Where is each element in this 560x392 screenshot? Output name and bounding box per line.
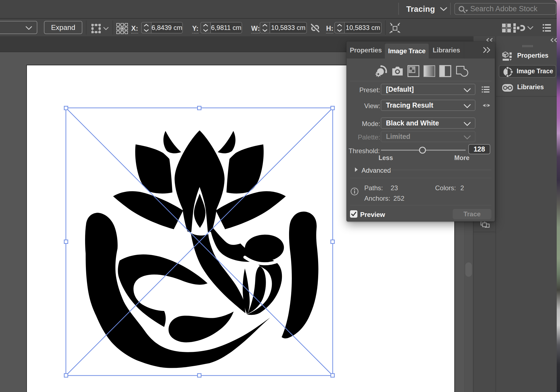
divider xyxy=(350,178,491,178)
preset-menu-icon[interactable] xyxy=(482,86,489,93)
w-field-label[interactable]: W: xyxy=(251,24,260,33)
advanced-label[interactable]: Advanced xyxy=(362,167,391,174)
selection-bounding-box[interactable] xyxy=(61,103,337,380)
preset-auto-color-icon[interactable] xyxy=(375,65,388,77)
dock-drag-grip[interactable] xyxy=(522,45,533,47)
grip-dash xyxy=(529,45,530,47)
snap-options-icon[interactable] xyxy=(513,23,525,33)
view-dropdown[interactable]: Tracing Result xyxy=(381,100,475,111)
chevron-down-icon xyxy=(25,26,32,30)
advanced-disclosure-triangle[interactable] xyxy=(354,167,358,172)
arrange-documents-icon[interactable] xyxy=(502,23,512,33)
stepper-up-icon[interactable] xyxy=(262,24,268,27)
stepper-down-icon[interactable] xyxy=(337,29,343,32)
desktop-wallpaper: Tracing Search Adobe Stock Expand xyxy=(0,0,560,392)
x-control[interactable]: 6,8439 cm xyxy=(141,22,183,33)
x-field-label[interactable]: X: xyxy=(131,24,138,33)
chevron-down-icon[interactable] xyxy=(527,26,533,30)
dock-item-libraries[interactable]: Libraries xyxy=(517,83,544,91)
divider xyxy=(113,20,113,35)
preview-label: Preview xyxy=(360,211,385,219)
grip-dash xyxy=(525,45,525,47)
divider xyxy=(385,20,386,35)
stepper-down-icon[interactable] xyxy=(262,29,268,32)
fit-artboard-icon[interactable] xyxy=(389,22,401,34)
y-value-field[interactable]: 6,9811 cm xyxy=(211,23,242,33)
adobe-stock-search[interactable]: Search Adobe Stock xyxy=(454,3,556,15)
y-stepper[interactable] xyxy=(201,23,211,33)
w-stepper[interactable] xyxy=(260,23,270,33)
x-stepper[interactable] xyxy=(142,23,152,33)
artboards-panel-icon[interactable] xyxy=(480,221,490,229)
grip-dash xyxy=(532,45,533,47)
h-stepper[interactable] xyxy=(335,23,345,33)
workspace-switcher[interactable]: Tracing xyxy=(406,0,448,18)
eye-icon[interactable] xyxy=(482,103,491,108)
tab-properties-label: Properties xyxy=(350,46,382,54)
divider xyxy=(86,20,86,35)
preset-value: [Default] xyxy=(386,85,414,93)
image-trace-panel-icon[interactable] xyxy=(503,67,514,77)
application-bar: Tracing Search Adobe Stock xyxy=(0,0,557,18)
mode-dropdown[interactable]: Black and White xyxy=(381,117,475,129)
chevron-down-icon xyxy=(463,135,471,140)
view-value: Tracing Result xyxy=(386,101,433,109)
grip-dash xyxy=(527,45,527,47)
stepper-up-icon[interactable] xyxy=(203,24,209,27)
divider xyxy=(350,205,491,205)
paths-label: Paths: xyxy=(364,184,383,192)
workspace-label: Tracing xyxy=(406,5,435,14)
threshold-slider-knob xyxy=(419,147,425,153)
stepper-down-icon[interactable] xyxy=(203,29,209,32)
expand-button[interactable]: Expand xyxy=(44,21,82,34)
divider xyxy=(474,232,495,232)
preset-black-white-icon[interactable] xyxy=(439,65,451,77)
threshold-label: Threshold: xyxy=(349,147,379,155)
threshold-slider[interactable] xyxy=(381,146,466,154)
variable-width-profile-select[interactable] xyxy=(0,21,37,34)
stepper-up-icon[interactable] xyxy=(337,24,343,27)
paths-value: 23 xyxy=(391,184,398,192)
properties-panel-icon[interactable] xyxy=(502,51,513,61)
collapse-dock-icon[interactable] xyxy=(550,38,557,42)
tab-libraries[interactable]: Libraries xyxy=(429,42,464,58)
preset-outline-icon[interactable] xyxy=(455,65,468,77)
h-field-label[interactable]: H: xyxy=(326,24,333,33)
preset-high-color-icon[interactable] xyxy=(392,66,403,76)
tab-image-trace[interactable]: Image Trace xyxy=(385,44,429,58)
w-value-field[interactable]: 10,5833 cm xyxy=(270,23,306,33)
unlink-dimensions-icon[interactable] xyxy=(310,23,320,33)
trace-button[interactable]: Trace xyxy=(453,209,491,219)
reference-point-locator-icon[interactable] xyxy=(116,23,128,34)
stepper-up-icon[interactable] xyxy=(143,24,149,27)
select-similar-options-icon[interactable] xyxy=(91,23,110,34)
search-placeholder: Search Adobe Stock xyxy=(470,5,537,13)
preset-grayscale-icon[interactable] xyxy=(423,65,435,77)
grip-dash xyxy=(522,45,523,47)
x-value-field[interactable]: 6,8439 cm xyxy=(152,23,182,33)
y-field-label[interactable]: Y: xyxy=(192,24,198,33)
tab-properties[interactable]: Properties xyxy=(347,42,385,58)
libraries-panel-icon[interactable] xyxy=(502,83,514,92)
y-control[interactable]: 6,9811 cm xyxy=(200,22,242,33)
threshold-value-field[interactable]: 128 xyxy=(468,144,490,154)
w-control[interactable]: 10,5833 cm xyxy=(260,22,307,33)
control-panel-menu-icon[interactable] xyxy=(543,24,551,32)
preset-dropdown[interactable]: [Default] xyxy=(381,84,475,95)
tab-libraries-label: Libraries xyxy=(433,46,460,54)
illustrator-window: Tracing Search Adobe Stock Expand xyxy=(0,0,557,392)
panel-expand-icon[interactable] xyxy=(483,47,491,53)
h-control[interactable]: 10,5833 cm xyxy=(334,22,382,33)
stepper-down-icon[interactable] xyxy=(143,29,149,32)
preset-low-color-icon[interactable] xyxy=(407,65,419,77)
dock-item-properties[interactable]: Properties xyxy=(517,52,548,59)
panel-tab-bar: Properties Image Trace Libraries xyxy=(347,42,495,58)
h-value-field[interactable]: 10,5833 cm xyxy=(345,23,381,33)
handle-bottom-left xyxy=(64,374,68,377)
preview-checkbox[interactable] xyxy=(350,210,357,218)
threshold-more-label: More xyxy=(454,154,469,162)
divider xyxy=(464,42,464,58)
dock-item-image-trace[interactable]: Image Trace xyxy=(517,68,553,75)
trace-preset-row xyxy=(347,65,495,77)
vertical-scrollbar-thumb[interactable] xyxy=(465,262,472,277)
